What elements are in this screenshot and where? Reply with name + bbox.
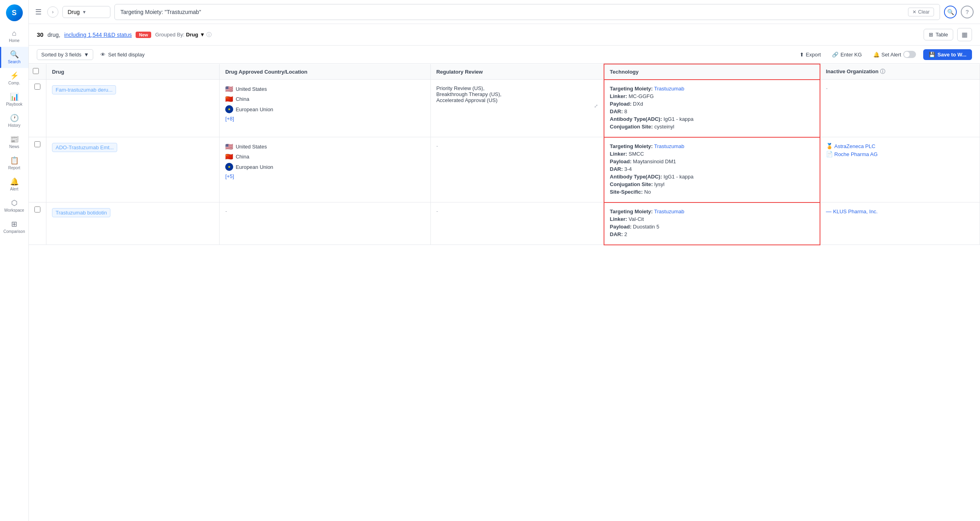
search-submit-icon: 🔍 [947,9,954,15]
tech-field: Linker: MC-GGFG [610,93,814,99]
enter-kg-button[interactable]: 🔗 Enter KG [828,50,866,60]
location-item: 🇨🇳China [225,153,425,160]
table-label: Table [936,32,948,38]
grouped-by-value[interactable]: Drug ▼ [186,32,205,38]
inactive-org-cell: - [820,80,980,137]
alert-bell-icon: 🔔 [873,52,880,58]
regulatory-item: Priority Review (US), [436,85,598,91]
results-bar: 30 drug, including 1,544 R&D status New … [29,24,980,46]
app-logo: S [5,3,24,22]
more-locations-link[interactable]: [+5] [225,173,234,179]
sidebar: S ⌂ Home 🔍 Search ⚡ Comp. 📊 Playbook 🕐 H… [0,0,29,521]
save-button[interactable]: 💾 Save to W... [923,49,972,60]
technology-cell: Targeting Moiety: TrastuzumabLinker: MC-… [604,80,820,137]
sidebar-item-alert[interactable]: 🔔 Alert [0,174,28,195]
tech-field: Linker: SMCC [610,151,814,157]
search-icon: 🔍 [10,51,19,58]
tech-value-link[interactable]: Trastuzumab [654,86,684,92]
org-icon: — [826,208,832,214]
sort-label: Sorted by 3 fields [41,52,81,58]
drug-name-link[interactable]: ADO-Trastuzumab Emt... [52,143,117,152]
field-display-button[interactable]: 👁 Set field display [96,50,148,60]
org-dash: - [826,85,828,91]
menu-icon[interactable]: ☰ [35,8,42,16]
regulatory-item: Breakthrough Therapy (US), [436,91,598,97]
regulatory-cell: - [430,202,604,245]
kg-icon: 🔗 [832,52,838,58]
tech-field: Targeting Moiety: Trastuzumab [610,143,814,149]
field-display-label: Set field display [108,52,144,58]
search-submit-button[interactable]: 🔍 [944,6,957,18]
drug-type-select[interactable]: Drug ▼ [62,6,110,18]
org-link[interactable]: 🏅AstraZeneca PLC [826,143,974,149]
location-item: ★European Union [225,163,425,171]
regulatory-item: Accelerated Approval (US) [436,97,598,103]
grouped-info-icon[interactable]: ⓘ [206,31,212,38]
org-link[interactable]: —KLUS Pharma, Inc. [826,208,974,214]
chart-view-button[interactable]: ▦ [957,28,972,41]
sort-button[interactable]: Sorted by 3 fields ▼ [37,49,93,60]
clear-button[interactable]: ✕ Clear [908,8,934,16]
sort-chevron-icon: ▼ [84,52,89,58]
expand-icon[interactable]: ⤢ [594,103,598,109]
results-label: drug, [48,32,60,38]
sidebar-item-history[interactable]: 🕐 History [0,110,28,132]
group-chevron-icon: ▼ [200,32,205,38]
sidebar-item-home[interactable]: ⌂ Home [0,26,28,47]
location-cell: 🇺🇸United States🇨🇳China★European Union[+8… [220,80,431,137]
sidebar-label-workspace: Workspace [4,208,24,212]
set-alert-button[interactable]: 🔔 Set Alert [869,49,920,60]
location-item: 🇺🇸United States [225,85,425,93]
location-cell: - [220,202,431,245]
sidebar-item-news[interactable]: 📰 News [0,132,28,153]
org-icon: 📄 [826,151,833,157]
row-checkbox-0[interactable] [34,84,40,90]
row-checkbox-1[interactable] [34,141,40,147]
eye-icon: 👁 [100,52,106,58]
drug-name-link[interactable]: Fam-trastuzumab deru... [52,85,116,94]
help-button[interactable]: ? [961,6,974,18]
inactive-org-info-icon[interactable]: ⓘ [880,68,885,74]
tech-value-link[interactable]: Trastuzumab [654,143,684,149]
sidebar-label-comp: Comp. [8,81,20,85]
home-icon: ⌂ [12,30,16,37]
tech-field: DAR: 3-4 [610,166,814,172]
tech-field: Payload: DXd [610,101,814,107]
playbook-icon: 📊 [10,93,19,100]
sidebar-item-comparison[interactable]: ⊞ Comparison [0,216,28,238]
alert-toggle[interactable] [903,51,916,58]
expand-button[interactable]: › [47,6,58,18]
table-row: Fam-trastuzumab deru...🇺🇸United States🇨🇳… [29,80,980,137]
sidebar-item-search[interactable]: 🔍 Search [0,47,28,68]
sidebar-item-workspace[interactable]: ⬡ Workspace [0,195,28,216]
more-locations-link[interactable]: [+8] [225,116,234,122]
sidebar-item-comp[interactable]: ⚡ Comp. [0,68,28,89]
history-icon: 🕐 [10,114,19,122]
sidebar-item-report[interactable]: 📋 Report [0,153,28,174]
news-icon: 📰 [10,136,19,143]
drug-select-label: Drug [68,9,80,15]
sidebar-item-playbook[interactable]: 📊 Playbook [0,89,28,110]
comparison-icon: ⊞ [11,220,17,228]
sidebar-label-alert: Alert [10,187,18,191]
table-view-button[interactable]: ⊞ Table [924,29,953,40]
row-checkbox-2[interactable] [34,206,40,212]
set-alert-label: Set Alert [882,52,901,58]
tech-value-link[interactable]: Trastuzumab [654,208,684,214]
export-button[interactable]: ⬆ Export [796,50,825,60]
location-dash: - [225,208,425,214]
drug-cell: Fam-trastuzumab deru... [46,80,220,137]
tech-field: Antibody Type(ADC): IgG1 - kappa [610,116,814,122]
select-all-checkbox[interactable] [33,68,39,74]
results-table-container: Drug Drug Approved Country/Location Regu… [29,64,980,521]
tech-field: Payload: Maytansinoid DM1 [610,158,814,164]
tech-field: Antibody Type(ADC): IgG1 - kappa [610,174,814,180]
sidebar-label-home: Home [9,38,20,43]
rd-status-link[interactable]: including 1,544 R&D status [64,32,132,38]
topbar: ☰ › Drug ▼ Targeting Moiety: "Trastuzuma… [29,0,980,24]
drug-name-link[interactable]: Trastuzumab botidotin [52,208,110,217]
chevron-down-icon: ▼ [82,10,86,14]
regulatory-dash: - [436,208,438,214]
tech-field: DAR: 8 [610,108,814,114]
org-link[interactable]: 📄Roche Pharma AG [826,151,974,157]
